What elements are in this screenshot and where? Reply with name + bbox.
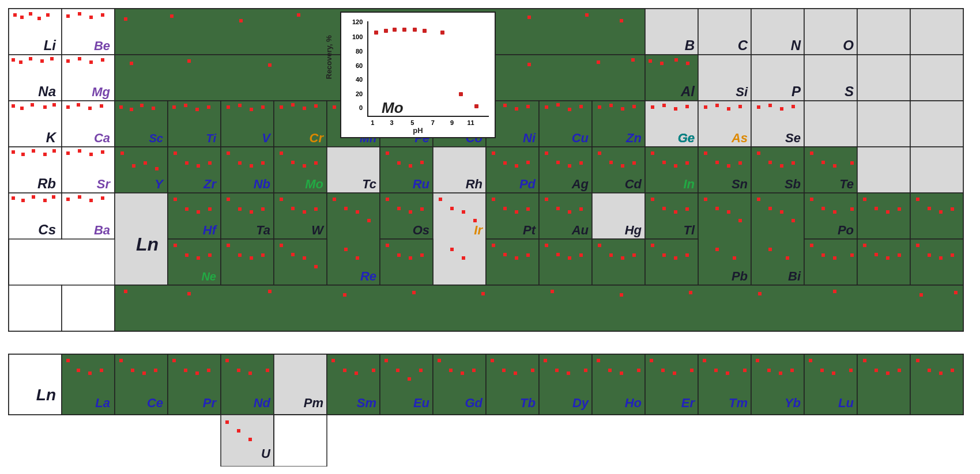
svg-rect-435 bbox=[954, 291, 958, 294]
svg-rect-146 bbox=[651, 105, 654, 109]
svg-rect-154 bbox=[727, 107, 730, 111]
svg-rect-160 bbox=[780, 107, 783, 111]
svg-rect-267 bbox=[89, 199, 93, 202]
svg-rect-366 bbox=[185, 253, 189, 257]
svg-rect-45 bbox=[89, 60, 93, 64]
svg-rect-233 bbox=[662, 161, 666, 164]
svg-rect-87 bbox=[130, 108, 133, 111]
svg-rect-508 bbox=[650, 359, 653, 362]
svg-text:Na: Na bbox=[38, 84, 56, 99]
svg-rect-319 bbox=[545, 198, 548, 201]
svg-text:Al: Al bbox=[680, 84, 695, 99]
svg-rect-12 bbox=[101, 13, 104, 17]
svg-rect-538 bbox=[928, 369, 931, 372]
svg-text:Ba: Ba bbox=[94, 223, 110, 237]
svg-rect-310 bbox=[462, 256, 465, 260]
svg-text:Tb: Tb bbox=[520, 396, 536, 410]
svg-text:Cs: Cs bbox=[38, 222, 56, 237]
svg-text:Te: Te bbox=[839, 177, 854, 191]
svg-rect-453 bbox=[184, 369, 187, 372]
svg-rect-189 bbox=[208, 161, 212, 165]
svg-rect-460 bbox=[248, 371, 252, 375]
svg-text:Cr: Cr bbox=[310, 131, 325, 145]
svg-rect-490 bbox=[491, 359, 494, 362]
svg-rect-262 bbox=[52, 195, 55, 199]
svg-rect-419 bbox=[951, 253, 954, 257]
svg-rect-316 bbox=[526, 207, 530, 211]
svg-rect-265 bbox=[66, 198, 70, 201]
svg-rect-155 bbox=[738, 105, 742, 108]
svg-rect-143 bbox=[632, 105, 636, 108]
svg-rect-192 bbox=[227, 151, 230, 155]
svg-rect-350 bbox=[821, 207, 825, 210]
svg-rect-378 bbox=[303, 256, 306, 260]
svg-rect-345 bbox=[768, 248, 772, 251]
svg-rect-330 bbox=[685, 207, 689, 211]
svg-rect-322 bbox=[579, 207, 583, 211]
svg-text:Pr: Pr bbox=[203, 396, 217, 410]
svg-rect-245 bbox=[768, 161, 772, 164]
svg-rect-287 bbox=[303, 210, 306, 214]
svg-text:Ho: Ho bbox=[625, 396, 642, 410]
svg-text:Sn: Sn bbox=[732, 177, 748, 191]
svg-text:Ne: Ne bbox=[201, 270, 216, 283]
svg-rect-273 bbox=[174, 198, 177, 201]
svg-rect-209 bbox=[420, 161, 424, 164]
svg-rect-498 bbox=[567, 371, 570, 375]
svg-rect-260 bbox=[32, 195, 35, 199]
svg-rect-358 bbox=[898, 207, 901, 211]
svg-rect-384 bbox=[420, 253, 424, 257]
svg-rect-276 bbox=[208, 207, 212, 211]
svg-rect-356 bbox=[875, 207, 878, 210]
svg-rect-441 bbox=[77, 369, 80, 372]
svg-rect-382 bbox=[397, 253, 401, 257]
svg-rect-39 bbox=[40, 59, 44, 63]
svg-rect-430 bbox=[620, 293, 623, 297]
svg-rect-336 bbox=[738, 219, 742, 222]
svg-rect-401 bbox=[651, 244, 654, 247]
svg-rect-404 bbox=[685, 253, 689, 257]
svg-text:Ru: Ru bbox=[413, 177, 430, 191]
svg-rect-511 bbox=[690, 369, 693, 372]
svg-rect-466 bbox=[225, 420, 229, 424]
svg-rect-281 bbox=[250, 210, 253, 214]
svg-rect-164 bbox=[857, 101, 910, 147]
svg-rect-406 bbox=[810, 244, 813, 247]
svg-rect-349 bbox=[810, 198, 813, 201]
svg-rect-9 bbox=[66, 14, 70, 18]
svg-rect-315 bbox=[515, 210, 518, 214]
svg-text:Mo: Mo bbox=[305, 177, 323, 191]
svg-text:V: V bbox=[262, 131, 272, 145]
svg-rect-522 bbox=[779, 371, 782, 375]
svg-rect-56 bbox=[597, 60, 600, 64]
svg-rect-83 bbox=[100, 104, 103, 108]
svg-rect-49 bbox=[130, 62, 133, 65]
svg-rect-475 bbox=[372, 369, 375, 372]
svg-rect-386 bbox=[492, 244, 495, 247]
svg-text:Pb: Pb bbox=[732, 269, 748, 283]
svg-text:Hg: Hg bbox=[625, 223, 642, 237]
svg-rect-372 bbox=[238, 253, 242, 257]
svg-rect-300 bbox=[397, 207, 401, 210]
svg-rect-529 bbox=[849, 369, 853, 372]
svg-rect-327 bbox=[651, 198, 654, 201]
svg-rect-440 bbox=[66, 359, 70, 362]
svg-rect-62 bbox=[686, 62, 689, 65]
svg-rect-363 bbox=[951, 207, 954, 211]
svg-rect-305 bbox=[439, 198, 442, 201]
svg-rect-427 bbox=[412, 291, 416, 294]
svg-rect-515 bbox=[714, 369, 718, 372]
svg-rect-255 bbox=[857, 147, 910, 193]
svg-rect-161 bbox=[791, 105, 795, 108]
svg-rect-389 bbox=[526, 253, 530, 257]
svg-rect-130 bbox=[515, 107, 518, 111]
svg-rect-279 bbox=[227, 198, 230, 201]
svg-rect-448 bbox=[142, 371, 146, 375]
svg-rect-421 bbox=[62, 285, 115, 331]
svg-text:Eu: Eu bbox=[413, 396, 430, 410]
svg-rect-454 bbox=[195, 371, 199, 375]
svg-rect-521 bbox=[767, 369, 771, 372]
svg-rect-24 bbox=[620, 19, 623, 22]
svg-rect-86 bbox=[119, 105, 123, 109]
svg-rect-388 bbox=[515, 256, 518, 260]
